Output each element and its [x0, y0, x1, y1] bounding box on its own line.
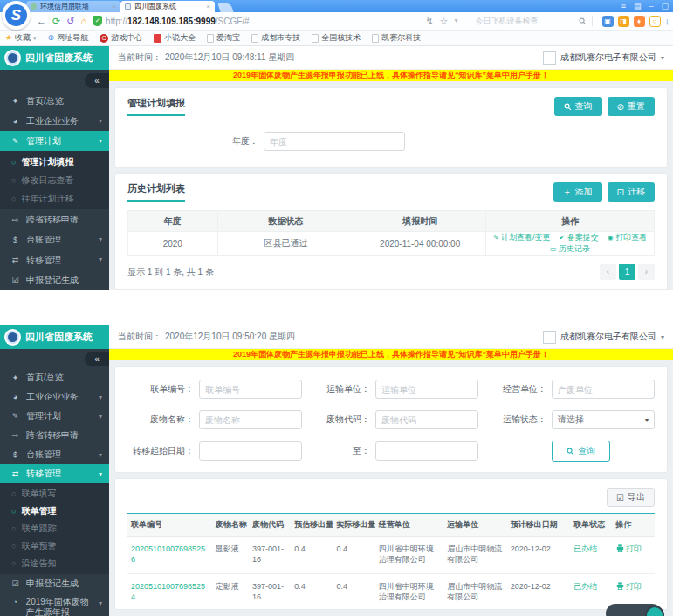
floating-widget[interactable]: [606, 604, 662, 616]
restore-icon[interactable]: ▢: [661, 1, 669, 11]
transport-unit-input[interactable]: [375, 380, 478, 399]
company-caret-icon[interactable]: ▾: [661, 333, 664, 341]
current-time-label: 当前时间：: [118, 331, 161, 343]
sidebar-item-ledger[interactable]: $ 台账管理 ▾: [0, 229, 109, 250]
submenu-modify-log[interactable]: ○ 修改日志查看: [0, 171, 109, 189]
search-button[interactable]: 查询: [552, 441, 610, 462]
migrate-icon: ⊡: [617, 188, 624, 197]
page-1-button[interactable]: 1: [619, 264, 635, 280]
sidebar-item-transfer[interactable]: ⇄ 转移管理 ▾: [0, 250, 109, 270]
reload-icon[interactable]: ⟳: [52, 17, 60, 26]
add-button[interactable]: ＋ 添加: [553, 182, 602, 202]
browser-search-input[interactable]: 今日飞机设备检查: [476, 16, 579, 27]
company-caret-icon[interactable]: ▾: [661, 54, 664, 62]
sidebar-item-home[interactable]: ✦ 首页/总览: [0, 368, 109, 387]
download-icon[interactable]: ↓: [665, 17, 670, 26]
view-change-link[interactable]: ✎ 计划查看/变更: [493, 233, 551, 242]
submenu-manifest-track[interactable]: ○ 联单跟踪: [0, 520, 109, 537]
skin-icon[interactable]: ▤: [634, 1, 642, 11]
history-record-link[interactable]: ▭ 历史记录: [550, 244, 590, 253]
submenu-route-notify[interactable]: ○ 沿途告知: [0, 555, 109, 572]
sidebar-item-home[interactable]: ✦ 首页/总览: [0, 91, 109, 111]
company-name[interactable]: 成都凯赛尔电子有限公司: [560, 51, 656, 64]
export-check-icon: ☑: [616, 493, 624, 503]
submenu-plan-filling[interactable]: ○ 管理计划填报: [0, 153, 109, 171]
plugin-icon-3[interactable]: ♦: [634, 16, 645, 27]
sidebar-item-declaration[interactable]: ☑ 申报登记生成: [0, 574, 109, 593]
year-input[interactable]: [264, 132, 405, 151]
print-view-link[interactable]: ◉ 打印查看: [608, 233, 648, 242]
app-title: 四川省固废系统: [25, 331, 93, 344]
sidebar-item-management-plan[interactable]: ✎ 管理计划 ▾: [0, 131, 109, 151]
new-tab-button[interactable]: [217, 3, 233, 12]
bookmark-nav-site[interactable]: ⊕ 网址导航: [48, 32, 89, 44]
history-icon[interactable]: ↺: [66, 17, 74, 26]
plugin-icon-4[interactable]: ○: [649, 16, 661, 27]
date-from-label: 转移起始日期：: [127, 445, 199, 457]
transport-status-select[interactable]: 请选择 ▾: [552, 410, 655, 429]
submenu-manifest-fill[interactable]: ○ 联单填写: [0, 485, 109, 503]
bookmark-game-center[interactable]: G 游戏中心: [100, 32, 142, 44]
next-page-button[interactable]: ›: [638, 264, 655, 280]
back-icon[interactable]: ←: [37, 17, 46, 26]
sidebar-collapse-button[interactable]: «: [85, 73, 109, 88]
plugin-icon-2[interactable]: ◨: [618, 16, 629, 27]
sidebar-item-declaration[interactable]: ☑ 申报登记生成: [0, 270, 109, 290]
manifest-no-link[interactable]: 202051010076985254: [131, 582, 205, 601]
sidebar-item-cross-province[interactable]: ⇨ 跨省转移申请: [0, 426, 109, 445]
manifest-table: 联单编号 废物名称 废物代码 预估移出量 实际移出量 经营单位 运输单位 预计移…: [127, 513, 655, 609]
submenu-manifest-manage[interactable]: ○ 联单管理: [0, 503, 109, 520]
sidebar-item-industry[interactable]: ◕ 工业企业业务 ▾: [0, 387, 109, 407]
sidebar-submenu: ○ 管理计划填报 ○ 修改日志查看 ○ 往年计划迁移: [0, 151, 109, 209]
sidebar-item-transfer[interactable]: ⇄ 转移管理 ▾: [0, 464, 109, 483]
home-icon[interactable]: ⌂: [80, 17, 86, 26]
browser-search-icon[interactable]: [579, 17, 587, 25]
date-from-input[interactable]: [199, 441, 302, 461]
col-waste-name: 废物名称: [212, 514, 249, 537]
sidebar-item-ledger[interactable]: $ 台账管理 ▾: [0, 445, 109, 464]
browser-menu-icon[interactable]: ≡: [621, 1, 626, 11]
sidebar-item-industry[interactable]: ◕ 工业企业业务 ▾: [0, 111, 109, 131]
browser-tab-1[interactable]: 环境信用朋联墙 ×: [26, 1, 120, 12]
bookmark-kaisaier[interactable]: 凯赛尔科技: [372, 32, 421, 44]
waste-code-input[interactable]: [375, 410, 478, 429]
sidebar-item-cross-province[interactable]: ⇨ 跨省转移申请: [0, 209, 109, 229]
migrate-button[interactable]: ⊡ 迁移: [608, 182, 655, 202]
date-to-input[interactable]: [375, 441, 478, 461]
address-bar[interactable]: http://182.148.109.185:9999/SCGF/#: [106, 17, 250, 26]
operating-unit-input[interactable]: [552, 380, 655, 399]
print-link[interactable]: 打印: [616, 544, 642, 553]
submenu-previous-plan[interactable]: ○ 往年计划迁移: [0, 189, 109, 208]
browser-tab-2[interactable]: 四川固废系统 ×: [120, 1, 215, 12]
site-security-shield-icon[interactable]: ✓: [93, 16, 102, 26]
plugin-icon-1[interactable]: ▣: [602, 16, 614, 27]
bolt-icon[interactable]: ↯: [425, 17, 433, 26]
sidebar-item-annual-report[interactable]: ◔ 2019年固体废物产生源年报 ▾: [0, 593, 109, 616]
bookmark-taobao[interactable]: 爱淘宝: [207, 32, 240, 44]
manifest-no-input[interactable]: [199, 380, 302, 399]
transfer-icon: ⇄: [10, 469, 21, 478]
minimize-icon[interactable]: –: [649, 1, 653, 11]
sidebar-item-management-plan[interactable]: ✎ 管理计划 ▾: [0, 407, 109, 426]
prev-page-button[interactable]: ‹: [600, 264, 616, 280]
sidebar-collapse-button[interactable]: «: [85, 352, 109, 366]
company-name[interactable]: 成都凯赛尔电子有限公司: [560, 331, 656, 343]
bookmark-nuclear[interactable]: 全国核技术: [312, 32, 361, 44]
print-link[interactable]: 打印: [616, 582, 642, 591]
bookmark-chengdu[interactable]: 成都市专技: [251, 32, 300, 44]
bookmark-novels[interactable]: 小说大全: [154, 32, 196, 44]
waste-name-input[interactable]: [199, 410, 302, 429]
manifest-no-link[interactable]: 202051010076985256: [131, 544, 205, 564]
record-submit-link[interactable]: ✔ 备案提交: [560, 233, 599, 242]
reset-button[interactable]: ⊘ 重置: [608, 97, 655, 116]
bookmark-favorites[interactable]: ★ 收藏 ▾: [5, 32, 37, 44]
search-button[interactable]: 查询: [554, 97, 602, 116]
star-caret-icon[interactable]: ▾: [454, 17, 457, 24]
pie-icon: ◕: [10, 393, 21, 401]
tab1-close-icon[interactable]: ×: [112, 3, 116, 10]
favorite-star-icon[interactable]: ☆: [440, 17, 449, 26]
export-button[interactable]: ☑ 导出: [607, 488, 655, 507]
company-avatar: [543, 331, 556, 344]
tab2-close-icon[interactable]: ×: [206, 3, 210, 10]
submenu-manifest-warning[interactable]: ○ 联单预警: [0, 537, 109, 555]
